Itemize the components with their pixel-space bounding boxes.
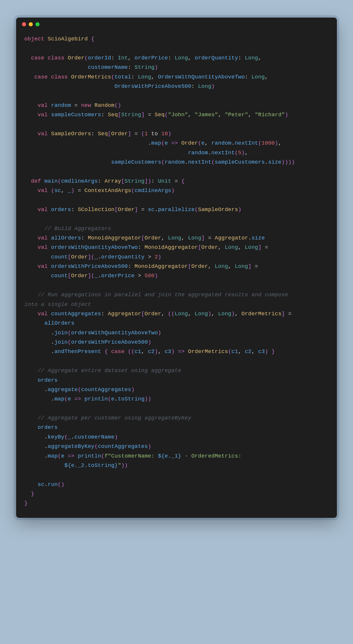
method-call: keyBy xyxy=(48,434,64,440)
type-param: String xyxy=(121,112,141,118)
type: Array xyxy=(105,178,121,184)
close-icon[interactable] xyxy=(22,22,26,26)
string-literal: "Richard" xyxy=(255,112,285,118)
method-call: run xyxy=(48,482,58,488)
brace-open: { xyxy=(91,36,94,42)
type: Random xyxy=(95,102,115,109)
kw-case: case xyxy=(31,55,45,61)
method-call: aggregate xyxy=(48,387,78,393)
ctor: Order xyxy=(181,140,198,146)
val-name: ordersWithPriceAbove500 xyxy=(51,263,128,270)
type: MonoidAggregator xyxy=(134,263,188,270)
number-literal: 5 xyxy=(238,150,241,156)
val-name: countAggregates xyxy=(51,311,101,317)
comment: // Aggregate per customer using aggregat… xyxy=(38,415,191,421)
fn-name: main xyxy=(44,178,58,184)
method-call: andThenPresent xyxy=(54,349,101,355)
fn-call: count xyxy=(51,254,68,260)
param-name: orderQuantity xyxy=(195,55,238,61)
number-literal: 500 xyxy=(145,273,155,279)
lambda-arg: e xyxy=(165,140,168,146)
kw-val: val xyxy=(38,244,48,251)
kw-val: val xyxy=(38,188,48,194)
kw-object: object xyxy=(24,36,44,42)
code-content: object ScioAlgebird { case class Order(o… xyxy=(16,29,337,518)
kw-val: val xyxy=(38,235,48,241)
method-call: map xyxy=(151,140,161,146)
type-param: Order xyxy=(111,131,128,137)
method-call: join xyxy=(54,330,68,336)
method-call: nextInt xyxy=(235,140,258,146)
kw-to: to xyxy=(151,131,158,137)
string-literal: "John" xyxy=(168,112,188,118)
type: Seq xyxy=(98,131,108,137)
kw-def: def xyxy=(31,178,41,184)
val-name: ordersWithQuantityAboveTwo xyxy=(51,244,138,251)
window-title-bar xyxy=(16,18,337,29)
param-name: cmdlineArgs xyxy=(61,178,98,184)
type: MonoidAggregator xyxy=(88,235,141,241)
kw-class: class xyxy=(48,55,64,61)
type: SCollection xyxy=(78,207,114,213)
method-call: map xyxy=(48,453,58,459)
brace-close: } xyxy=(31,491,34,497)
kw-class: class xyxy=(51,74,68,80)
comment: into a single object xyxy=(24,302,91,308)
minimize-icon[interactable] xyxy=(29,22,33,26)
method-call: join xyxy=(54,339,68,345)
var-name: sc xyxy=(54,188,61,194)
val-name: SampleOrders xyxy=(51,131,91,137)
type-param: Order xyxy=(118,207,134,213)
type: Int xyxy=(118,55,128,61)
method-call: map xyxy=(54,396,64,402)
kw-val: val xyxy=(38,263,48,270)
type: Aggregator xyxy=(108,311,141,317)
property: size xyxy=(268,159,282,165)
fn-call: count xyxy=(51,273,68,279)
return-type: Unit xyxy=(158,178,171,184)
val-name: random xyxy=(51,102,71,109)
number-literal: 1 xyxy=(145,131,148,137)
number-literal: 10 xyxy=(161,131,168,137)
terminal-window: object ScioAlgebird { case class Order(o… xyxy=(16,18,337,518)
string-literal: f"CustomerName: xyxy=(105,453,158,459)
type: MonoidAggregator xyxy=(145,244,198,251)
brace-close: } xyxy=(24,500,28,506)
class-name: OrderMetrics xyxy=(71,74,111,80)
kw-val: val xyxy=(38,112,48,118)
fn-call: ContextAndArgs xyxy=(84,188,131,194)
type: String xyxy=(134,64,154,71)
param-name: OrdersWithPriceAbove500 xyxy=(115,83,191,90)
val-name: orders xyxy=(51,207,71,213)
type: Long xyxy=(198,83,212,90)
number-literal: 2 xyxy=(155,254,158,260)
kw-val: val xyxy=(38,102,48,109)
var-ref: sampleCustomers xyxy=(111,159,161,165)
param-name: customerName xyxy=(88,64,128,71)
type: Long xyxy=(138,74,151,80)
type: Long xyxy=(175,55,188,61)
method-call: nextInt xyxy=(188,159,212,165)
maximize-icon[interactable] xyxy=(35,22,40,26)
string-literal: "James" xyxy=(195,112,218,118)
type: Long xyxy=(251,74,265,80)
ctor: Seq xyxy=(155,112,165,118)
type-param: String xyxy=(125,178,144,184)
param-name: orderId xyxy=(88,55,111,61)
method-call: aggregateByKey xyxy=(48,443,95,450)
kw-val: val xyxy=(38,207,48,213)
comment: // Build Aggregators xyxy=(44,226,111,232)
param-name: OrdersWithQuantityAboveTwo xyxy=(158,74,245,80)
param-name: orderPrice xyxy=(134,55,168,61)
type: Long xyxy=(245,55,258,61)
comment: // Run aggregations in parallel and join… xyxy=(38,292,288,298)
kw-val: val xyxy=(38,311,48,317)
object-name: ScioAlgebird xyxy=(48,36,88,42)
param-name: total xyxy=(115,74,131,80)
type: Seq xyxy=(108,112,118,118)
class-name: Order xyxy=(68,55,84,61)
comment: // Aggregate entire dataset using aggreg… xyxy=(38,368,181,374)
kw-case: case xyxy=(34,74,48,80)
method-call: parallelize xyxy=(158,207,195,213)
method-call: nextInt xyxy=(212,150,235,156)
